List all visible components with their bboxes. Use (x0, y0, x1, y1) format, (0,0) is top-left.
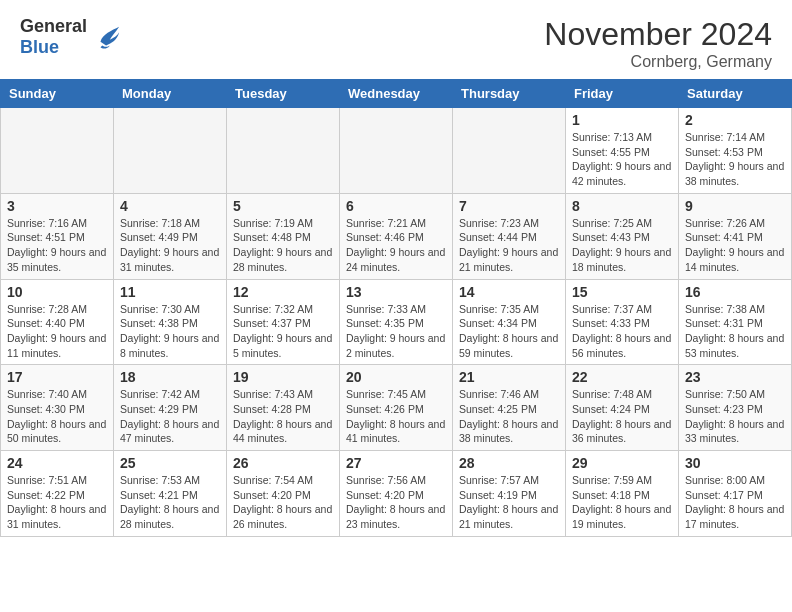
table-row: 6 Sunrise: 7:21 AMSunset: 4:46 PMDayligh… (340, 193, 453, 279)
day-info: Sunrise: 7:37 AMSunset: 4:33 PMDaylight:… (572, 303, 671, 359)
table-row: 8 Sunrise: 7:25 AMSunset: 4:43 PMDayligh… (566, 193, 679, 279)
day-info: Sunrise: 7:16 AMSunset: 4:51 PMDaylight:… (7, 217, 106, 273)
calendar-table: SundayMondayTuesdayWednesdayThursdayFrid… (0, 79, 792, 537)
calendar-header-row: SundayMondayTuesdayWednesdayThursdayFrid… (1, 80, 792, 108)
day-info: Sunrise: 7:28 AMSunset: 4:40 PMDaylight:… (7, 303, 106, 359)
day-number: 23 (685, 369, 785, 385)
logo-general: General (20, 16, 87, 37)
day-info: Sunrise: 7:18 AMSunset: 4:49 PMDaylight:… (120, 217, 219, 273)
day-number: 30 (685, 455, 785, 471)
calendar-week-4: 17 Sunrise: 7:40 AMSunset: 4:30 PMDaylig… (1, 365, 792, 451)
day-info: Sunrise: 7:13 AMSunset: 4:55 PMDaylight:… (572, 131, 671, 187)
day-number: 7 (459, 198, 559, 214)
day-number: 8 (572, 198, 672, 214)
day-info: Sunrise: 7:48 AMSunset: 4:24 PMDaylight:… (572, 388, 671, 444)
table-row: 2 Sunrise: 7:14 AMSunset: 4:53 PMDayligh… (679, 108, 792, 194)
table-row: 23 Sunrise: 7:50 AMSunset: 4:23 PMDaylig… (679, 365, 792, 451)
day-info: Sunrise: 7:35 AMSunset: 4:34 PMDaylight:… (459, 303, 558, 359)
table-row: 14 Sunrise: 7:35 AMSunset: 4:34 PMDaylig… (453, 279, 566, 365)
day-number: 18 (120, 369, 220, 385)
calendar-week-1: 1 Sunrise: 7:13 AMSunset: 4:55 PMDayligh… (1, 108, 792, 194)
table-row: 18 Sunrise: 7:42 AMSunset: 4:29 PMDaylig… (114, 365, 227, 451)
day-number: 22 (572, 369, 672, 385)
day-number: 28 (459, 455, 559, 471)
table-row: 28 Sunrise: 7:57 AMSunset: 4:19 PMDaylig… (453, 451, 566, 537)
table-row: 12 Sunrise: 7:32 AMSunset: 4:37 PMDaylig… (227, 279, 340, 365)
table-row: 16 Sunrise: 7:38 AMSunset: 4:31 PMDaylig… (679, 279, 792, 365)
table-row (453, 108, 566, 194)
day-info: Sunrise: 7:23 AMSunset: 4:44 PMDaylight:… (459, 217, 558, 273)
table-row: 19 Sunrise: 7:43 AMSunset: 4:28 PMDaylig… (227, 365, 340, 451)
day-info: Sunrise: 7:32 AMSunset: 4:37 PMDaylight:… (233, 303, 332, 359)
day-info: Sunrise: 7:53 AMSunset: 4:21 PMDaylight:… (120, 474, 219, 530)
day-number: 15 (572, 284, 672, 300)
title-section: November 2024 Cornberg, Germany (544, 16, 772, 71)
day-number: 5 (233, 198, 333, 214)
table-row: 22 Sunrise: 7:48 AMSunset: 4:24 PMDaylig… (566, 365, 679, 451)
day-info: Sunrise: 8:00 AMSunset: 4:17 PMDaylight:… (685, 474, 784, 530)
page-header: General Blue November 2024 Cornberg, Ger… (0, 0, 792, 79)
calendar-header-tuesday: Tuesday (227, 80, 340, 108)
day-number: 4 (120, 198, 220, 214)
table-row: 3 Sunrise: 7:16 AMSunset: 4:51 PMDayligh… (1, 193, 114, 279)
calendar-week-3: 10 Sunrise: 7:28 AMSunset: 4:40 PMDaylig… (1, 279, 792, 365)
day-number: 12 (233, 284, 333, 300)
day-info: Sunrise: 7:25 AMSunset: 4:43 PMDaylight:… (572, 217, 671, 273)
day-number: 27 (346, 455, 446, 471)
day-number: 19 (233, 369, 333, 385)
calendar-header-saturday: Saturday (679, 80, 792, 108)
logo: General Blue (20, 16, 121, 58)
table-row: 15 Sunrise: 7:37 AMSunset: 4:33 PMDaylig… (566, 279, 679, 365)
day-number: 26 (233, 455, 333, 471)
day-number: 13 (346, 284, 446, 300)
day-info: Sunrise: 7:33 AMSunset: 4:35 PMDaylight:… (346, 303, 445, 359)
day-info: Sunrise: 7:50 AMSunset: 4:23 PMDaylight:… (685, 388, 784, 444)
day-info: Sunrise: 7:46 AMSunset: 4:25 PMDaylight:… (459, 388, 558, 444)
day-number: 21 (459, 369, 559, 385)
table-row: 29 Sunrise: 7:59 AMSunset: 4:18 PMDaylig… (566, 451, 679, 537)
calendar-header-monday: Monday (114, 80, 227, 108)
day-info: Sunrise: 7:21 AMSunset: 4:46 PMDaylight:… (346, 217, 445, 273)
table-row: 4 Sunrise: 7:18 AMSunset: 4:49 PMDayligh… (114, 193, 227, 279)
calendar-header-sunday: Sunday (1, 80, 114, 108)
table-row (1, 108, 114, 194)
day-number: 9 (685, 198, 785, 214)
table-row: 30 Sunrise: 8:00 AMSunset: 4:17 PMDaylig… (679, 451, 792, 537)
table-row (340, 108, 453, 194)
calendar-header-thursday: Thursday (453, 80, 566, 108)
day-number: 25 (120, 455, 220, 471)
table-row: 9 Sunrise: 7:26 AMSunset: 4:41 PMDayligh… (679, 193, 792, 279)
table-row: 24 Sunrise: 7:51 AMSunset: 4:22 PMDaylig… (1, 451, 114, 537)
day-number: 24 (7, 455, 107, 471)
logo-text: General Blue (20, 16, 87, 58)
table-row (227, 108, 340, 194)
table-row: 7 Sunrise: 7:23 AMSunset: 4:44 PMDayligh… (453, 193, 566, 279)
day-info: Sunrise: 7:26 AMSunset: 4:41 PMDaylight:… (685, 217, 784, 273)
table-row: 11 Sunrise: 7:30 AMSunset: 4:38 PMDaylig… (114, 279, 227, 365)
day-info: Sunrise: 7:30 AMSunset: 4:38 PMDaylight:… (120, 303, 219, 359)
day-info: Sunrise: 7:14 AMSunset: 4:53 PMDaylight:… (685, 131, 784, 187)
day-info: Sunrise: 7:19 AMSunset: 4:48 PMDaylight:… (233, 217, 332, 273)
day-number: 1 (572, 112, 672, 128)
day-info: Sunrise: 7:57 AMSunset: 4:19 PMDaylight:… (459, 474, 558, 530)
calendar-header-friday: Friday (566, 80, 679, 108)
table-row: 17 Sunrise: 7:40 AMSunset: 4:30 PMDaylig… (1, 365, 114, 451)
day-info: Sunrise: 7:42 AMSunset: 4:29 PMDaylight:… (120, 388, 219, 444)
day-number: 14 (459, 284, 559, 300)
day-number: 20 (346, 369, 446, 385)
table-row: 26 Sunrise: 7:54 AMSunset: 4:20 PMDaylig… (227, 451, 340, 537)
month-title: November 2024 (544, 16, 772, 53)
table-row: 27 Sunrise: 7:56 AMSunset: 4:20 PMDaylig… (340, 451, 453, 537)
day-info: Sunrise: 7:54 AMSunset: 4:20 PMDaylight:… (233, 474, 332, 530)
table-row: 25 Sunrise: 7:53 AMSunset: 4:21 PMDaylig… (114, 451, 227, 537)
day-info: Sunrise: 7:40 AMSunset: 4:30 PMDaylight:… (7, 388, 106, 444)
day-info: Sunrise: 7:59 AMSunset: 4:18 PMDaylight:… (572, 474, 671, 530)
day-number: 17 (7, 369, 107, 385)
day-info: Sunrise: 7:45 AMSunset: 4:26 PMDaylight:… (346, 388, 445, 444)
day-number: 6 (346, 198, 446, 214)
day-info: Sunrise: 7:51 AMSunset: 4:22 PMDaylight:… (7, 474, 106, 530)
calendar-week-2: 3 Sunrise: 7:16 AMSunset: 4:51 PMDayligh… (1, 193, 792, 279)
calendar-week-5: 24 Sunrise: 7:51 AMSunset: 4:22 PMDaylig… (1, 451, 792, 537)
table-row: 20 Sunrise: 7:45 AMSunset: 4:26 PMDaylig… (340, 365, 453, 451)
day-number: 3 (7, 198, 107, 214)
